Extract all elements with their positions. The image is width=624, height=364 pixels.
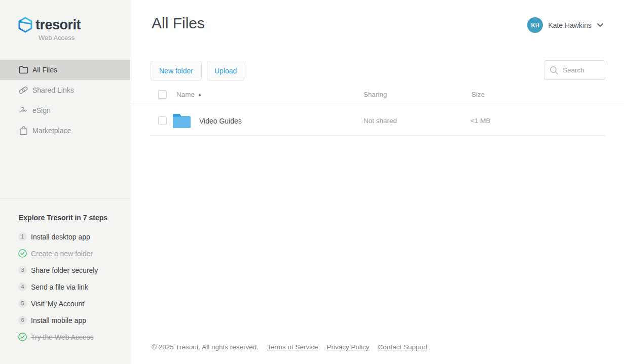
signature-icon bbox=[18, 106, 28, 114]
step-number-badge: 1 bbox=[18, 232, 27, 241]
sidebar-item-esign[interactable]: eSign bbox=[0, 100, 130, 120]
column-header-name[interactable]: Name ▲ bbox=[176, 91, 202, 98]
step-label: Visit 'My Account' bbox=[31, 300, 86, 308]
step-number-badge: 5 bbox=[18, 299, 27, 308]
contact-support-link[interactable]: Contact Support bbox=[378, 343, 428, 351]
step-number-badge: 6 bbox=[18, 316, 27, 325]
explore-step-5[interactable]: 5 Visit 'My Account' bbox=[0, 295, 130, 312]
file-name[interactable]: Video Guides bbox=[199, 117, 242, 125]
step-label: Create a new folder bbox=[31, 250, 93, 258]
sidebar-item-shared-links[interactable]: Shared Links bbox=[0, 80, 130, 100]
avatar[interactable]: KH bbox=[527, 17, 543, 33]
file-sharing-status: Not shared bbox=[363, 117, 397, 125]
column-header-sharing[interactable]: Sharing bbox=[363, 91, 387, 98]
upload-button[interactable]: Upload bbox=[207, 61, 244, 80]
column-label: Name bbox=[176, 91, 195, 98]
column-header-size[interactable]: Size bbox=[471, 91, 485, 98]
explore-title: Explore Tresorit in 7 steps bbox=[19, 214, 130, 222]
folder-icon bbox=[18, 66, 28, 74]
blue-folder-icon bbox=[172, 112, 191, 131]
user-name: Kate Hawkins bbox=[548, 21, 592, 29]
search-box[interactable] bbox=[544, 60, 605, 80]
page-title: All Files bbox=[152, 15, 205, 32]
link-icon bbox=[18, 86, 28, 95]
explore-steps-panel: Explore Tresorit in 7 steps 1 Install de… bbox=[0, 198, 130, 345]
explore-step-6[interactable]: 6 Install mobile app bbox=[0, 312, 130, 329]
main-content: All Files KH Kate Hawkins New folder Upl… bbox=[131, 0, 624, 364]
step-label: Share folder securely bbox=[31, 266, 98, 274]
sidebar-item-marketplace[interactable]: Marketplace bbox=[0, 120, 130, 141]
step-label: Install desktop app bbox=[31, 233, 90, 241]
table-row[interactable]: Video Guides Not shared <1 MB bbox=[150, 105, 605, 136]
user-menu[interactable]: KH Kate Hawkins bbox=[527, 17, 604, 33]
new-folder-button[interactable]: New folder bbox=[151, 61, 202, 80]
copyright-text: © 2025 Tresorit. All rights reserved. bbox=[152, 343, 259, 351]
sidebar-item-all-files[interactable]: All Files bbox=[0, 60, 130, 80]
shopping-bag-icon bbox=[18, 126, 28, 135]
brand-name: tresorit bbox=[35, 17, 81, 33]
row-checkbox[interactable] bbox=[158, 116, 167, 125]
sidebar-item-label: Shared Links bbox=[32, 86, 74, 94]
sort-ascending-icon: ▲ bbox=[198, 93, 202, 97]
explore-step-4[interactable]: 4 Send a file via link bbox=[0, 278, 130, 295]
select-all-checkbox[interactable] bbox=[158, 90, 167, 99]
sidebar-item-label: eSign bbox=[32, 106, 51, 114]
tresorit-hexagon-icon bbox=[18, 17, 32, 33]
footer: © 2025 Tresorit. All rights reserved. Te… bbox=[152, 343, 427, 351]
brand-logo[interactable]: tresorit Web Access bbox=[18, 17, 81, 42]
check-circle-icon bbox=[18, 333, 27, 341]
sidebar-item-label: Marketplace bbox=[32, 127, 71, 135]
check-circle-icon bbox=[18, 249, 27, 258]
sidebar-nav: All Files Shared Links eSign bbox=[0, 60, 130, 141]
search-input[interactable] bbox=[563, 66, 600, 74]
step-label: Send a file via link bbox=[31, 283, 88, 291]
search-icon bbox=[549, 66, 559, 75]
chevron-down-icon bbox=[597, 23, 604, 27]
explore-step-1[interactable]: 1 Install desktop app bbox=[0, 228, 130, 245]
brand-subtitle: Web Access bbox=[39, 34, 81, 42]
sidebar: tresorit Web Access All Files Shar bbox=[0, 0, 130, 364]
explore-step-7[interactable]: Try the Web Access bbox=[0, 329, 130, 345]
terms-of-service-link[interactable]: Terms of Service bbox=[267, 343, 318, 351]
step-label: Install mobile app bbox=[31, 316, 86, 325]
file-size: <1 MB bbox=[470, 117, 490, 125]
explore-step-3[interactable]: 3 Share folder securely bbox=[0, 262, 130, 278]
explore-step-2[interactable]: Create a new folder bbox=[0, 245, 130, 262]
step-number-badge: 4 bbox=[18, 282, 27, 291]
privacy-policy-link[interactable]: Privacy Policy bbox=[327, 343, 370, 351]
step-label: Try the Web Access bbox=[31, 333, 94, 341]
sidebar-item-label: All Files bbox=[32, 66, 57, 74]
step-number-badge: 3 bbox=[18, 266, 27, 274]
file-table-header: Name ▲ Sharing Size bbox=[131, 86, 624, 105]
